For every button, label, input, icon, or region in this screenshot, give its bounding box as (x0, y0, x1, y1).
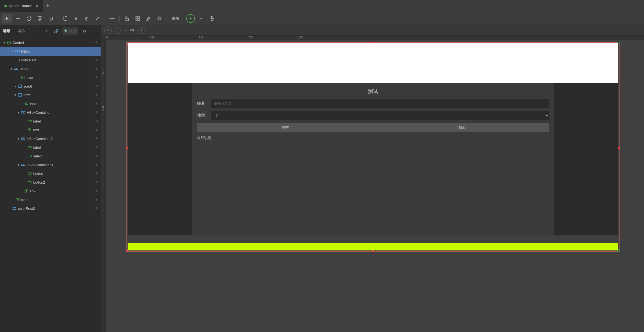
arrow-icon: ▼ (16, 111, 21, 114)
tree-node-scroll[interactable]: ▼ scroll 👁 (0, 82, 101, 91)
eye-icon-button2[interactable]: 👁 (95, 180, 98, 184)
tree-node-tree[interactable]: tree 👁 (0, 73, 101, 82)
control-icon (7, 40, 11, 45)
grid-button[interactable] (133, 14, 143, 23)
scale-tool-button[interactable] (35, 14, 45, 23)
control-label: Control (13, 41, 94, 45)
tree-node-label1[interactable]: label 👁 (0, 99, 101, 108)
tree-node-label2[interactable]: label 👁 (0, 117, 101, 125)
tree-node-hbox2[interactable]: ▼ HBox 👁 (0, 64, 101, 73)
lock-button[interactable] (122, 14, 132, 23)
submit-button[interactable]: 提交 (197, 123, 373, 132)
tree-node-tree2[interactable]: tree2 👁 (0, 195, 101, 204)
eye-icon-tree[interactable]: 👁 (95, 76, 98, 79)
arrow-icon: ▼ (2, 41, 7, 44)
tree-node-control[interactable]: ▼ Control 👁 (0, 38, 101, 47)
svg-rect-7 (63, 17, 67, 20)
eye-icon-label2[interactable]: 👁 (95, 119, 98, 123)
hboxcontainer2-label: HBoxContainer2 (27, 137, 94, 141)
gender-select[interactable]: 男 (211, 111, 549, 120)
toolbar-separator-5 (184, 15, 184, 22)
eye-icon-colorrect2[interactable]: 👁 (95, 207, 98, 210)
zoom-bar: ⤢ − 66.7% + (101, 25, 644, 35)
eye-icon-button1[interactable]: 👁 (95, 172, 98, 175)
tree-node-right[interactable]: ▼ right 👁 (0, 91, 101, 99)
tree-node-colorrect2[interactable]: colorRect2 👁 (0, 204, 101, 213)
eye-icon-colorrect[interactable]: 👁 (95, 58, 98, 62)
name-input[interactable] (211, 99, 549, 108)
search-input[interactable] (69, 29, 77, 33)
scene-content: 测试 姓名 性别 男 (128, 43, 618, 250)
paint-button[interactable] (144, 14, 154, 23)
tree2-icon (15, 197, 20, 202)
eye-icon-text[interactable]: 👁 (95, 128, 98, 132)
eye-icon-hbox[interactable]: 👁 (95, 49, 98, 53)
zoom-in-button[interactable]: + (139, 27, 145, 34)
tree-node-button1[interactable]: button 👁 (0, 169, 101, 178)
view-label: 视图 (172, 16, 179, 21)
tree-node-colorrect[interactable]: colorRect 👁 (0, 56, 101, 64)
tree-node-button2[interactable]: button2 👁 (0, 178, 101, 187)
cursor-tool-button[interactable] (2, 14, 12, 23)
svg-text:1000: 1000 (297, 36, 303, 39)
toolbar-separator-3 (119, 15, 120, 22)
tab-option-button[interactable]: option_button ✕ (0, 0, 43, 12)
eye-icon-hboxcontainer2[interactable]: 👁 (95, 137, 98, 140)
eye-icon-hbox2[interactable]: 👁 (95, 67, 98, 71)
canvas-container[interactable]: 250 500 (101, 40, 644, 332)
panel-settings-button[interactable]: ⚙ (80, 27, 88, 35)
search-box: 🔍 (62, 27, 78, 35)
dots-menu-button[interactable]: ••• (107, 14, 117, 23)
tree-node-hboxcontainer[interactable]: ▼ HBoxContainer 👁 (0, 108, 101, 117)
add-node-button[interactable]: ＋ (43, 27, 50, 35)
clear-button[interactable]: 清除 (373, 123, 549, 132)
select-rect-button[interactable] (60, 14, 70, 23)
svg-rect-35 (28, 173, 31, 174)
eye-icon-label3[interactable]: 👁 (95, 145, 98, 149)
zoom-out-button[interactable]: − (114, 27, 121, 34)
eye-icon-control[interactable]: 👁 (95, 41, 98, 44)
tree-node-hboxcontainer3[interactable]: ▼ HBoxContainer3 👁 (0, 160, 101, 169)
view-button[interactable]: 视图 (169, 14, 182, 23)
tree-node-link[interactable]: link 👁 (0, 187, 101, 195)
anchor-tool-button[interactable] (71, 14, 81, 23)
chevron-down-button[interactable] (196, 14, 206, 23)
panel-dots-button[interactable]: ⋯ (90, 27, 98, 35)
canvas-viewport[interactable]: 测试 姓名 性别 男 (106, 40, 644, 332)
search-icon: 🔍 (64, 29, 68, 33)
eye-icon-right[interactable]: 👁 (95, 93, 98, 97)
add-node-circle-button[interactable]: ＋ (186, 14, 195, 23)
fit-zoom-button[interactable]: ⤢ (104, 26, 112, 34)
form-link[interactable]: 在线说明 (197, 136, 549, 140)
tab-add-button[interactable]: + (43, 0, 53, 12)
eye-icon-scroll[interactable]: 👁 (95, 84, 98, 88)
svg-text:250: 250 (102, 71, 105, 75)
move-tool-button[interactable] (13, 14, 23, 23)
tree-node-label3[interactable]: label 👁 (0, 143, 101, 152)
tree-node-hbox[interactable]: L→ ▼ HBox 👁 (0, 47, 101, 56)
measure-tool-button[interactable] (93, 14, 103, 23)
layers-button[interactable] (155, 14, 164, 23)
eye-icon-hboxcontainer[interactable]: 👁 (95, 110, 98, 114)
eye-icon-select[interactable]: 👁 (95, 154, 98, 158)
svg-rect-29 (21, 138, 23, 139)
zoom-value: 66.7% (123, 28, 136, 32)
anchor-button[interactable] (207, 14, 217, 23)
tab-close-button[interactable]: ✕ (36, 4, 38, 8)
tree-node-select[interactable]: select 👁 (0, 152, 101, 160)
svg-text:250: 250 (150, 36, 155, 39)
ruler-top: 0 250 500 750 1000 (101, 35, 644, 40)
rotate-tool-button[interactable] (24, 14, 34, 23)
eye-icon-hboxcontainer3[interactable]: 👁 (95, 163, 98, 167)
eye-icon-link[interactable]: 👁 (95, 189, 98, 193)
svg-rect-24 (18, 94, 22, 96)
tree-icon (21, 75, 26, 80)
link-node-button[interactable]: 🔗 (53, 27, 60, 35)
pan-tool-button[interactable] (82, 14, 92, 23)
eye-icon-label1[interactable]: 👁 (95, 102, 98, 106)
tree-node-text[interactable]: text 👁 (0, 125, 101, 134)
tree-node-hboxcontainer2[interactable]: ▼ HBoxContainer2 👁 (0, 134, 101, 143)
label2-label: label (33, 119, 94, 123)
transform-tool-button[interactable] (46, 14, 56, 23)
eye-icon-tree2[interactable]: 👁 (95, 198, 98, 202)
